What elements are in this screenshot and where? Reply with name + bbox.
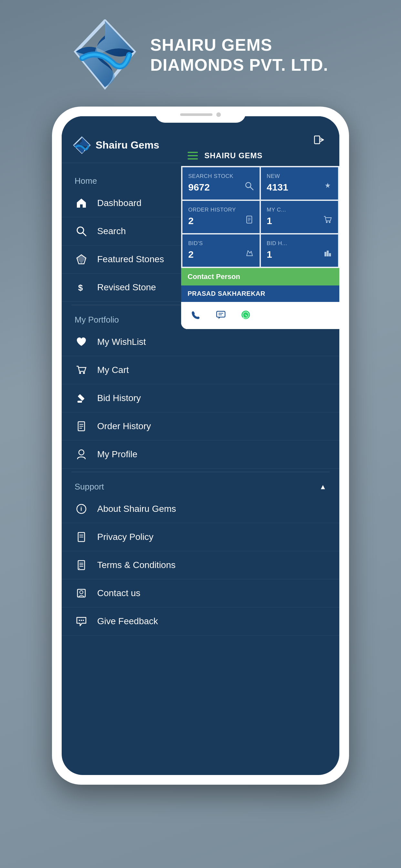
card-new-icon: [323, 182, 332, 193]
card-order-history-title: ORDER HISTORY: [188, 207, 254, 213]
featured-label: Featured Stones: [97, 254, 164, 265]
app-name-label: Shairu Gems: [96, 139, 159, 151]
card-search-stock[interactable]: SEARCH STOCK 9672: [182, 167, 259, 199]
app-screen: Shairu Gems Logout: [62, 116, 339, 775]
phone-call-button[interactable]: [188, 306, 204, 323]
sidebar-item-privacy[interactable]: Privacy Policy: [62, 523, 339, 551]
contact-icon: [74, 586, 88, 600]
overlay-topbar: SHAIRU GEMS: [181, 145, 339, 166]
card-search-stock-icon: [245, 182, 254, 193]
card-bids-value: 2: [188, 249, 194, 260]
sidebar-item-cart[interactable]: My Cart: [62, 356, 339, 384]
svg-line-31: [250, 187, 253, 190]
phone-notch: [155, 106, 246, 123]
sidebar-item-bid-history[interactable]: Bid History: [62, 384, 339, 412]
profile-icon: [74, 447, 88, 461]
card-bid-history-bottom: 1: [267, 249, 332, 260]
card-new-arrival[interactable]: NEW 4131: [261, 167, 338, 199]
card-bids-bottom: 2: [188, 249, 254, 260]
brand-logo: [73, 20, 137, 90]
sidebar-item-contact[interactable]: Contact us: [62, 579, 339, 608]
menu-divider-2: [71, 472, 330, 472]
card-my-cart-value: 1: [267, 215, 272, 226]
contact-label: Contact us: [97, 588, 141, 598]
svg-rect-40: [329, 253, 331, 256]
contact-header: Contact Person: [181, 268, 339, 285]
gavel-icon: [74, 392, 88, 405]
heart-icon: [74, 335, 88, 349]
terms-icon: [74, 558, 88, 572]
svg-point-26: [80, 591, 83, 594]
sidebar-item-about[interactable]: i About Shairu Gems: [62, 495, 339, 523]
sidebar-item-order-history[interactable]: Order History: [62, 412, 339, 440]
diamond-icon: [74, 252, 88, 266]
whatsapp-button[interactable]: [237, 306, 254, 323]
card-bid-history[interactable]: BID H... 1: [261, 235, 338, 267]
card-order-icon: [245, 215, 254, 226]
bid-history-label: Bid History: [97, 393, 141, 403]
svg-text:i: i: [81, 506, 82, 512]
feedback-icon: [74, 615, 88, 628]
hamburger-line-1: [188, 152, 198, 153]
section-support-title: Support: [74, 482, 104, 492]
dashboard-cards: SEARCH STOCK 9672: [181, 166, 339, 268]
sidebar-item-feedback[interactable]: Give Feedback: [62, 608, 339, 636]
svg-point-36: [326, 221, 328, 223]
card-bid-history-title: BID H...: [267, 240, 332, 247]
search-icon: [74, 224, 88, 238]
svg-text:$: $: [78, 283, 83, 292]
about-label: About Shairu Gems: [97, 504, 176, 514]
brand-title: SHAIRU GEMS DIAMONDS PVT. LTD.: [150, 35, 328, 75]
feedback-label: Give Feedback: [97, 616, 158, 626]
terms-label: Terms & Conditions: [97, 560, 176, 570]
chat-button[interactable]: [212, 306, 229, 323]
dollar-icon: $: [74, 281, 88, 294]
card-bid-history-icon: [323, 249, 332, 260]
brand-header: SHAIRU GEMS DIAMONDS PVT. LTD.: [73, 20, 328, 90]
card-new-arrival-value: 4131: [267, 182, 288, 193]
support-arrow-icon: ▲: [319, 483, 327, 491]
notch-bar: [180, 113, 212, 116]
wishlist-label: My WishList: [97, 337, 146, 347]
sidebar-item-terms[interactable]: Terms & Conditions: [62, 551, 339, 579]
card-order-history[interactable]: ORDER HISTORY 2: [182, 201, 259, 233]
contact-person-row: PRASAD SAKHAREKAR: [181, 285, 339, 302]
overlay-panel: SHAIRU GEMS SEARCH STOCK 9672: [181, 145, 339, 329]
section-support-row: Support ▲: [62, 475, 339, 495]
info-icon: i: [74, 502, 88, 516]
cart-icon: [74, 363, 88, 377]
topbar-left: Shairu Gems: [73, 136, 159, 154]
hamburger-button[interactable]: [188, 152, 198, 159]
profile-label: My Profile: [97, 449, 137, 460]
dashboard-label: Dashboard: [97, 198, 142, 208]
svg-point-15: [79, 450, 84, 455]
card-my-cart[interactable]: MY C... 1: [261, 201, 338, 233]
card-my-cart-title: MY C...: [267, 207, 332, 213]
privacy-label: Privacy Policy: [97, 532, 153, 542]
card-bid-history-value: 1: [267, 249, 272, 260]
overlay-title: SHAIRU GEMS: [204, 151, 263, 160]
phone-screen: Shairu Gems Logout: [62, 116, 339, 775]
sidebar-item-profile[interactable]: My Profile: [62, 440, 339, 469]
card-my-cart-bottom: 1: [267, 215, 332, 226]
card-bids[interactable]: BID'S 2: [182, 235, 259, 267]
phone-frame: Shairu Gems Logout: [52, 106, 349, 785]
app-logo-icon: [73, 136, 91, 154]
revised-label: Revised Stone: [97, 282, 156, 292]
card-search-stock-title: SEARCH STOCK: [188, 173, 254, 180]
search-label: Search: [97, 226, 126, 237]
svg-point-27: [79, 620, 80, 621]
svg-rect-38: [325, 252, 327, 256]
sidebar-item-wishlist[interactable]: My WishList: [62, 328, 339, 356]
notch-dot: [216, 113, 221, 117]
contact-actions: [181, 302, 339, 329]
svg-point-37: [329, 221, 331, 223]
contact-section: Contact Person PRASAD SAKHAREKAR: [181, 268, 339, 329]
card-new-arrival-bottom: 4131: [267, 182, 332, 193]
svg-point-28: [81, 620, 82, 621]
home-icon: [74, 196, 88, 210]
svg-point-29: [83, 620, 84, 621]
svg-rect-39: [327, 251, 329, 256]
svg-rect-9: [78, 394, 85, 401]
cart-label: My Cart: [97, 365, 129, 375]
